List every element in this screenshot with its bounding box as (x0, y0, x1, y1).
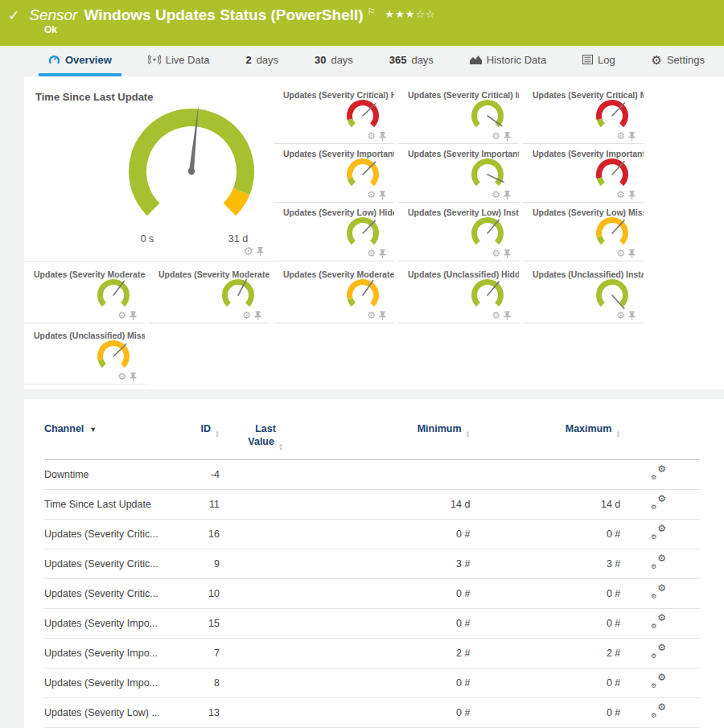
channel-settings-icon[interactable]: ⚙⚙ (651, 705, 666, 718)
channel-maximum: 3 # (470, 549, 620, 578)
tab-365-days[interactable]: 365 days (380, 46, 443, 76)
pushpin-icon[interactable] (379, 311, 386, 320)
tab-2-days[interactable]: 2 days (236, 46, 288, 76)
pushpin-icon[interactable] (254, 311, 261, 320)
col-header-id[interactable]: ID▲▼ (170, 423, 220, 459)
pushpin-icon[interactable] (379, 191, 386, 199)
col-header-minimum[interactable]: Minimum▲▼ (311, 423, 470, 459)
col-header-label: Maximum (566, 423, 612, 434)
channel-settings-icon[interactable]: ⚙⚙ (651, 616, 666, 628)
channel-settings-icon[interactable]: ⚙⚙ (651, 586, 666, 598)
pushpin-icon (628, 249, 636, 258)
gauge-tile: Updates (Unclassified) Hidden⚙ (398, 265, 519, 323)
gear-icon[interactable]: ⚙ (492, 190, 500, 199)
pushpin-icon[interactable] (628, 311, 636, 320)
channel-maximum: 0 # (470, 578, 620, 608)
gear-icon[interactable]: ⚙ (117, 311, 126, 320)
tab-label: Live Data (166, 54, 210, 66)
gear-icon[interactable]: ⚙ (367, 190, 376, 199)
channels-panel: Channel▼ ID▲▼ Last Value▲▼ Minimum▲▼ Max… (24, 399, 724, 728)
channel-maximum (470, 459, 620, 489)
gear-icon[interactable]: ⚙ (492, 131, 500, 141)
tab-historic-data[interactable]: Historic Data (460, 46, 556, 76)
gauge[interactable]: 0 s31 d (106, 97, 277, 253)
channel-settings-icon[interactable]: ⚙⚙ (651, 557, 666, 569)
tab-label: Log (598, 54, 615, 66)
channel-last-value (220, 519, 311, 549)
pushpin-icon[interactable] (504, 191, 511, 199)
channel-settings-icon[interactable]: ⚙⚙ (651, 676, 666, 688)
channel-settings-icon[interactable]: ⚙⚙ (651, 527, 666, 539)
channel-last-value (220, 549, 311, 578)
pushpin-icon[interactable] (628, 249, 636, 258)
gear-icon[interactable]: ⚙ (367, 131, 376, 141)
tab-30-days[interactable]: 30 days (305, 46, 363, 76)
pushpin-icon (628, 132, 636, 141)
channel-settings-icon[interactable]: ⚙⚙ (651, 467, 666, 479)
gauge-tile: Updates (Severity Moderate) ...⚙ (24, 265, 145, 323)
sensor-header: ✓ Sensor Windows Updates Status (PowerSh… (0, 0, 724, 46)
pushpin-icon[interactable] (628, 191, 636, 199)
gear-icon[interactable]: ⚙ (242, 311, 251, 320)
gear-icon[interactable]: ⚙ (367, 249, 376, 258)
pushpin-icon[interactable] (130, 372, 137, 381)
gauge-tile-main: Time Since Last Update 0 s31 d ⚙ (24, 86, 274, 262)
pushpin-icon (130, 311, 137, 320)
pushpin-icon[interactable] (130, 311, 137, 320)
sensor-title: Windows Updates Status (PowerShell) (84, 6, 363, 24)
channel-name: Updates (Severity Low) ... (44, 697, 170, 727)
gauge-tile: Updates (Severity Low) Missi...⚙ (523, 204, 644, 261)
col-header-edit (620, 423, 700, 459)
pushpin-icon (379, 311, 386, 320)
pushpin-icon[interactable] (257, 247, 264, 256)
pushpin-icon[interactable] (628, 132, 636, 141)
col-header-last-value[interactable]: Last Value▲▼ (220, 423, 311, 459)
gear-icon[interactable]: ⚙ (243, 245, 253, 257)
object-kind-label: Sensor (29, 6, 77, 24)
channel-last-value (220, 697, 311, 727)
pushpin-icon[interactable] (379, 249, 386, 258)
channel-maximum: 0 # (470, 519, 620, 549)
gear-icon[interactable]: ⚙ (616, 131, 625, 141)
tab-live-data[interactable]: Live Data (138, 46, 220, 76)
gear-icon[interactable]: ⚙ (492, 249, 500, 258)
channel-name: Updates (Severity Impo... (44, 638, 170, 668)
channel-id: 8 (170, 668, 220, 697)
channel-last-value (220, 638, 311, 668)
channel-minimum (311, 459, 470, 489)
col-header-label: Channel (44, 423, 84, 434)
sort-icon: ▲▼ (466, 430, 471, 438)
table-row: Updates (Severity Critic...100 #0 #⚙⚙ (44, 578, 700, 608)
flag-icon[interactable]: ⚐ (368, 6, 376, 17)
pushpin-icon[interactable] (379, 132, 386, 141)
col-header-label: Minimum (418, 423, 462, 434)
tab-settings[interactable]: ⚙ Settings (641, 46, 714, 76)
priority-stars[interactable]: ★★★☆☆ (385, 8, 435, 20)
gear-icon[interactable]: ⚙ (616, 190, 625, 199)
tab-log[interactable]: Log (573, 46, 625, 76)
col-header-maximum[interactable]: Maximum▲▼ (470, 423, 620, 459)
gear-icon[interactable]: ⚙ (616, 249, 625, 258)
pushpin-icon[interactable] (504, 132, 511, 141)
gear-icon[interactable]: ⚙ (117, 372, 126, 381)
gauge-row: Updates (Severity Moderate) ...⚙Updates … (24, 265, 724, 323)
channel-name: Time Since Last Update (44, 489, 170, 519)
gauge-tile: Updates (Severity Moderate) ...⚙ (274, 265, 394, 323)
pushpin-icon (504, 311, 511, 320)
pushpin-icon[interactable] (504, 249, 511, 258)
gauge-min-label: 0 s (141, 233, 154, 245)
tab-bar: Overview Live Data 2 days 30 days 365 da… (0, 46, 724, 76)
channel-settings-icon[interactable]: ⚙⚙ (651, 646, 666, 658)
gear-icon[interactable]: ⚙ (616, 311, 625, 320)
channel-minimum: 3 # (311, 549, 470, 578)
channel-minimum: 0 # (311, 608, 470, 638)
channel-settings-icon[interactable]: ⚙⚙ (651, 497, 666, 509)
gear-icon[interactable]: ⚙ (367, 311, 376, 320)
gear-icon[interactable]: ⚙ (492, 311, 500, 320)
tab-overview[interactable]: Overview (39, 46, 121, 76)
table-row: Updates (Severity Impo...80 #0 #⚙⚙ (44, 668, 700, 697)
channel-name: Updates (Severity Critic... (44, 519, 170, 549)
col-header-channel[interactable]: Channel▼ (44, 423, 170, 459)
sort-caret-icon: ▼ (89, 426, 97, 434)
pushpin-icon[interactable] (504, 311, 511, 320)
